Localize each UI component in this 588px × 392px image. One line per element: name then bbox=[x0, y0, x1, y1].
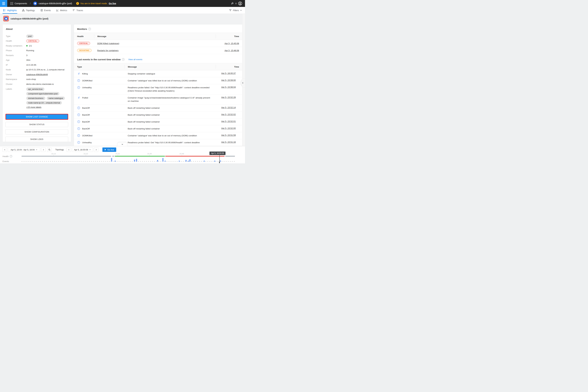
time-cursor-handle[interactable] bbox=[219, 162, 220, 163]
event-message: Back-off restarting failed container bbox=[124, 106, 212, 110]
event-row: BackOffBack-off restarting failed contai… bbox=[74, 112, 242, 118]
label-pill: api_service:true bbox=[26, 88, 44, 91]
topology-icon bbox=[22, 9, 25, 12]
event-message: Back-off restarting failed container bbox=[124, 120, 212, 124]
events-table-header: Type Message Time bbox=[74, 63, 242, 70]
user-avatar[interactable] bbox=[238, 2, 242, 6]
event-time-link[interactable]: Apr 5, 15:56:04 bbox=[221, 86, 236, 88]
event-histogram-bar[interactable] bbox=[190, 159, 190, 162]
event-histogram-bar[interactable] bbox=[220, 160, 221, 162]
alert-circle-icon bbox=[77, 127, 80, 130]
event-histogram-bar[interactable] bbox=[162, 158, 164, 162]
monitor-message-link[interactable]: OOM Killed (catalogue) bbox=[97, 42, 119, 44]
field-owner: Ownercatalogue-69b58cb649 bbox=[6, 72, 68, 77]
field-health: HealthCRITICAL bbox=[6, 39, 68, 44]
timeline-chart[interactable]: 15:1315:2215:3115:4015:49Apr 5, 16:00:09 bbox=[22, 146, 235, 163]
event-row: UnhealthyReadiness probe failed: Get "ht… bbox=[74, 139, 242, 146]
traces-icon bbox=[72, 9, 75, 12]
event-message: Readiness probe failed: Get "http://10.0… bbox=[124, 86, 212, 92]
event-message: Readiness probe failed: Get "http://10.0… bbox=[124, 141, 212, 144]
breadcrumb-entity[interactable]: catalogue-69b58cb649-gjl5v (pod) bbox=[39, 2, 72, 5]
label-pill: node-name:ip-10-...ompute.internal bbox=[26, 101, 62, 104]
events-help-icon[interactable]: ? bbox=[122, 58, 124, 61]
show-last-change-button[interactable]: SHOW LAST CHANGE bbox=[6, 114, 68, 120]
field-ip: IP10.0.30.95 bbox=[6, 62, 68, 68]
health-segment-critical[interactable] bbox=[165, 156, 224, 156]
runner-icon bbox=[77, 72, 80, 75]
event-time-link[interactable]: Apr 5, 16:00:37 bbox=[221, 72, 236, 74]
range-prev-button[interactable] bbox=[2, 148, 7, 152]
health-segment-unknown[interactable] bbox=[22, 156, 111, 156]
event-time-link[interactable]: Apr 5, 15:59:00 bbox=[221, 79, 236, 81]
event-message: Container 'catalogue' was killed due to … bbox=[124, 134, 212, 137]
event-time-link[interactable]: Apr 5, 15:52:01 bbox=[221, 120, 236, 122]
hamburger-menu-button[interactable] bbox=[0, 0, 7, 7]
event-row: UnhealthyReadiness probe failed: Get "ht… bbox=[74, 84, 242, 94]
event-histogram-bar[interactable] bbox=[204, 161, 205, 162]
field-node: Nodeip-10-0-21-204.eu-w...1.compute.inte… bbox=[6, 68, 68, 72]
event-message: Stopping container catalogue bbox=[124, 72, 212, 76]
tab-highlights[interactable]: Highlights bbox=[2, 7, 17, 14]
timeline-footer: Apr 5, 15:04 - Apr 5, 16:04 Topology Apr… bbox=[0, 146, 245, 163]
label-pill: name:catalogue bbox=[47, 96, 65, 100]
event-time-link[interactable]: Apr 5, 15:52:00 bbox=[221, 127, 236, 130]
event-time-link[interactable]: Apr 5, 15:52:02 bbox=[221, 113, 236, 116]
time-travel-message: You are in time travel mode. bbox=[80, 2, 108, 5]
monitor-time-link[interactable]: Apr 5, 15:45:06 bbox=[224, 42, 239, 44]
event-histogram-bar[interactable] bbox=[214, 161, 215, 162]
time-cursor-tooltip: Apr 5, 16:00:09 bbox=[210, 152, 226, 155]
field-phase: PhaseRunning bbox=[6, 48, 68, 53]
health-segment-healthy[interactable] bbox=[115, 156, 165, 156]
view-all-events-link[interactable]: View all events bbox=[128, 58, 142, 60]
event-time-link[interactable]: Apr 5, 15:52:28 bbox=[221, 96, 236, 98]
pin-icon[interactable] bbox=[231, 2, 234, 5]
tab-traces[interactable]: Traces bbox=[72, 7, 84, 14]
event-row: OOMKilledContainer 'catalogue' was kille… bbox=[74, 132, 242, 139]
event-message: Container image "quay.io/stackstate/weav… bbox=[124, 96, 212, 103]
event-histogram-bar[interactable] bbox=[179, 161, 180, 162]
pod-icon bbox=[33, 2, 37, 5]
owner-link[interactable]: catalogue-69b58cb649 bbox=[26, 73, 48, 76]
show-logs-button[interactable]: SHOW LOGS bbox=[6, 137, 68, 142]
event-type: Unhealthy bbox=[82, 141, 92, 144]
tab-events[interactable]: Events bbox=[40, 7, 52, 14]
event-row: OOMKilledContainer 'catalogue' was kille… bbox=[74, 77, 242, 84]
filters-button[interactable]: Filters bbox=[229, 7, 245, 14]
event-histogram-bar[interactable] bbox=[134, 160, 135, 162]
show-configuration-button[interactable]: SHOW CONFIGURATION bbox=[6, 129, 68, 134]
health-help-icon[interactable]: ? bbox=[10, 155, 12, 158]
event-histogram-bar[interactable] bbox=[186, 160, 186, 162]
event-histogram-bar[interactable] bbox=[164, 161, 166, 162]
event-histogram-bar[interactable] bbox=[111, 158, 112, 162]
events-heading: Last events in the current time window bbox=[77, 58, 120, 61]
event-time-link[interactable]: Apr 5, 15:52:14 bbox=[221, 106, 236, 109]
monitors-table-header: Health Message Time bbox=[74, 33, 242, 40]
alert-circle-icon bbox=[77, 113, 80, 116]
more-labels-link[interactable]: +15 more labels bbox=[26, 106, 41, 108]
go-live-link[interactable]: Go live bbox=[109, 2, 116, 5]
event-histogram-bar[interactable] bbox=[188, 161, 189, 162]
timeline-collapse-button[interactable] bbox=[117, 142, 127, 146]
monitors-help-icon[interactable]: ? bbox=[88, 28, 91, 30]
tab-metrics[interactable]: Metrics bbox=[56, 7, 68, 14]
event-histogram-bar[interactable] bbox=[115, 161, 116, 162]
event-histogram-bar[interactable] bbox=[157, 160, 158, 162]
event-time-link[interactable]: Apr 5, 15:51:16 bbox=[221, 141, 236, 143]
monitor-message-link[interactable]: Restarts for containers bbox=[97, 49, 118, 52]
monitor-time-link[interactable]: Apr 5, 15:46:06 bbox=[224, 49, 239, 52]
event-histogram-bar[interactable] bbox=[136, 159, 137, 162]
time-travel-banner: ! You are in time travel mode. Go live bbox=[76, 2, 116, 5]
label-pill: component-type:kubernetes-pod bbox=[26, 92, 59, 95]
health-segment-unknown[interactable] bbox=[112, 156, 114, 156]
events-lane-label: Events bbox=[2, 160, 9, 162]
health-segment-unknown[interactable] bbox=[225, 156, 235, 156]
breadcrumb-root[interactable]: Components bbox=[14, 2, 27, 5]
timeline-tick-mark bbox=[150, 154, 150, 156]
event-time-link[interactable]: Apr 5, 15:51:59 bbox=[221, 134, 236, 136]
event-type: Pulled bbox=[82, 96, 88, 99]
view-tabs: Highlights Topology Events Metrics Trace… bbox=[0, 7, 245, 14]
show-status-button[interactable]: SHOW STATUS bbox=[6, 122, 68, 127]
tab-topology[interactable]: Topology bbox=[21, 7, 35, 14]
alert-circle-icon bbox=[77, 134, 80, 137]
event-row: BackOffBack-off restarting failed contai… bbox=[74, 125, 242, 132]
